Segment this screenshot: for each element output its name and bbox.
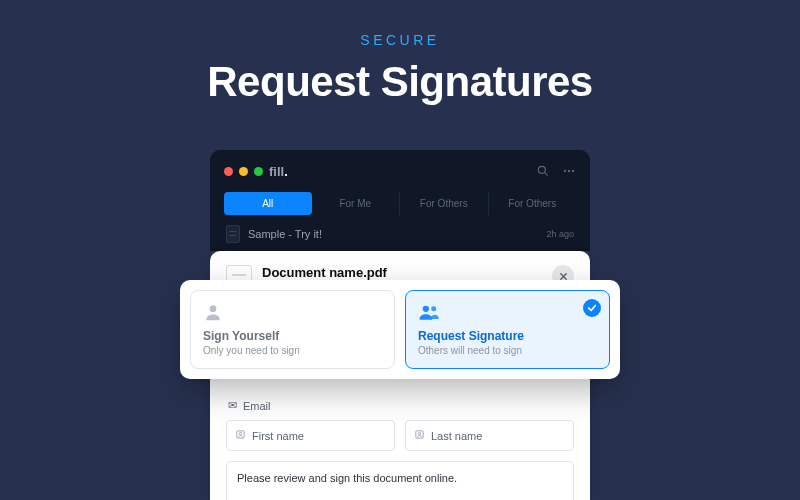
search-icon[interactable] xyxy=(536,164,550,178)
tab-for-others-2[interactable]: For Others xyxy=(489,192,577,215)
document-icon xyxy=(226,225,240,243)
document-list-row[interactable]: Sample - Try it! 2h ago xyxy=(224,215,576,251)
minimize-window-icon[interactable] xyxy=(239,167,248,176)
message-text: Please review and sign this document onl… xyxy=(237,472,457,484)
svg-point-0 xyxy=(538,166,545,173)
document-row-time: 2h ago xyxy=(546,229,574,239)
svg-point-2 xyxy=(564,170,566,172)
sheet-filename: Document name.pdf xyxy=(262,265,387,280)
request-signature-title: Request Signature xyxy=(418,329,597,343)
sign-yourself-sub: Only you need to sign xyxy=(203,345,382,356)
hero-headline: Request Signatures xyxy=(0,58,800,106)
message-textarea[interactable]: Please review and sign this document onl… xyxy=(226,461,574,500)
tab-for-me[interactable]: For Me xyxy=(312,192,401,215)
tab-all[interactable]: All xyxy=(224,192,312,215)
person-icon xyxy=(235,429,246,442)
selected-check-icon xyxy=(583,299,601,317)
window-titlebar: fill. xyxy=(224,160,576,182)
more-icon[interactable] xyxy=(562,164,576,178)
single-user-icon xyxy=(203,301,382,323)
svg-point-8 xyxy=(239,432,241,434)
multi-user-icon xyxy=(418,301,597,323)
last-name-placeholder: Last name xyxy=(431,430,482,442)
traffic-lights xyxy=(224,167,263,176)
document-row-title: Sample - Try it! xyxy=(248,228,322,240)
email-icon: ✉ xyxy=(228,399,237,412)
svg-point-11 xyxy=(210,305,217,312)
zoom-window-icon[interactable] xyxy=(254,167,263,176)
svg-point-12 xyxy=(423,306,429,312)
signing-mode-cards: Sign Yourself Only you need to sign Requ… xyxy=(180,280,620,379)
person-icon xyxy=(414,429,425,442)
first-name-field[interactable]: First name xyxy=(226,420,395,451)
email-field[interactable]: ✉ Email xyxy=(226,393,574,420)
sign-yourself-title: Sign Yourself xyxy=(203,329,382,343)
first-name-placeholder: First name xyxy=(252,430,304,442)
app-window: fill. All For Me For Others For Others S… xyxy=(210,150,590,251)
svg-point-10 xyxy=(418,432,420,434)
request-signature-sub: Others will need to sign xyxy=(418,345,597,356)
svg-point-13 xyxy=(431,306,436,311)
svg-point-4 xyxy=(572,170,574,172)
filter-tabs: All For Me For Others For Others xyxy=(224,192,576,215)
tab-for-others[interactable]: For Others xyxy=(400,192,489,215)
sign-yourself-card[interactable]: Sign Yourself Only you need to sign xyxy=(190,290,395,369)
app-stage: fill. All For Me For Others For Others S… xyxy=(210,150,590,500)
request-signature-card[interactable]: Request Signature Others will need to si… xyxy=(405,290,610,369)
last-name-field[interactable]: Last name xyxy=(405,420,574,451)
close-window-icon[interactable] xyxy=(224,167,233,176)
email-label: Email xyxy=(243,400,271,412)
app-brand: fill. xyxy=(269,164,288,179)
svg-line-1 xyxy=(544,172,547,175)
svg-point-3 xyxy=(568,170,570,172)
hero-eyebrow: SECURE xyxy=(0,0,800,48)
